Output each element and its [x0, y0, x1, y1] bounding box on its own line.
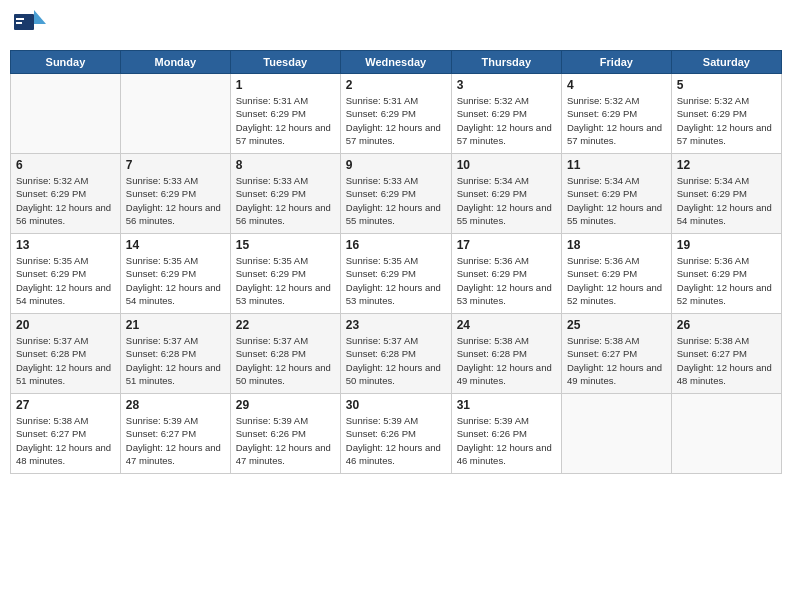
day-info: Sunrise: 5:36 AMSunset: 6:29 PMDaylight:…: [457, 254, 556, 307]
calendar-cell: 8Sunrise: 5:33 AMSunset: 6:29 PMDaylight…: [230, 154, 340, 234]
calendar-cell: 21Sunrise: 5:37 AMSunset: 6:28 PMDayligh…: [120, 314, 230, 394]
day-info: Sunrise: 5:36 AMSunset: 6:29 PMDaylight:…: [677, 254, 776, 307]
day-header-saturday: Saturday: [671, 51, 781, 74]
calendar-cell: 11Sunrise: 5:34 AMSunset: 6:29 PMDayligh…: [561, 154, 671, 234]
day-number: 23: [346, 318, 446, 332]
header-row: SundayMondayTuesdayWednesdayThursdayFrid…: [11, 51, 782, 74]
day-info: Sunrise: 5:38 AMSunset: 6:27 PMDaylight:…: [677, 334, 776, 387]
day-info: Sunrise: 5:35 AMSunset: 6:29 PMDaylight:…: [236, 254, 335, 307]
calendar-cell: 25Sunrise: 5:38 AMSunset: 6:27 PMDayligh…: [561, 314, 671, 394]
calendar-cell: [120, 74, 230, 154]
day-number: 18: [567, 238, 666, 252]
logo-icon: [14, 10, 46, 38]
day-number: 15: [236, 238, 335, 252]
calendar-cell: 13Sunrise: 5:35 AMSunset: 6:29 PMDayligh…: [11, 234, 121, 314]
day-number: 7: [126, 158, 225, 172]
day-info: Sunrise: 5:38 AMSunset: 6:27 PMDaylight:…: [16, 414, 115, 467]
calendar-header: SundayMondayTuesdayWednesdayThursdayFrid…: [11, 51, 782, 74]
day-info: Sunrise: 5:37 AMSunset: 6:28 PMDaylight:…: [346, 334, 446, 387]
calendar-cell: 12Sunrise: 5:34 AMSunset: 6:29 PMDayligh…: [671, 154, 781, 234]
calendar-cell: [671, 394, 781, 474]
calendar-cell: 6Sunrise: 5:32 AMSunset: 6:29 PMDaylight…: [11, 154, 121, 234]
day-number: 30: [346, 398, 446, 412]
day-number: 21: [126, 318, 225, 332]
day-info: Sunrise: 5:34 AMSunset: 6:29 PMDaylight:…: [567, 174, 666, 227]
day-header-wednesday: Wednesday: [340, 51, 451, 74]
calendar-cell: 29Sunrise: 5:39 AMSunset: 6:26 PMDayligh…: [230, 394, 340, 474]
day-info: Sunrise: 5:32 AMSunset: 6:29 PMDaylight:…: [567, 94, 666, 147]
calendar-cell: 26Sunrise: 5:38 AMSunset: 6:27 PMDayligh…: [671, 314, 781, 394]
day-number: 29: [236, 398, 335, 412]
day-number: 17: [457, 238, 556, 252]
calendar-cell: 10Sunrise: 5:34 AMSunset: 6:29 PMDayligh…: [451, 154, 561, 234]
day-number: 12: [677, 158, 776, 172]
calendar-cell: 28Sunrise: 5:39 AMSunset: 6:27 PMDayligh…: [120, 394, 230, 474]
calendar-cell: 3Sunrise: 5:32 AMSunset: 6:29 PMDaylight…: [451, 74, 561, 154]
day-info: Sunrise: 5:36 AMSunset: 6:29 PMDaylight:…: [567, 254, 666, 307]
day-header-thursday: Thursday: [451, 51, 561, 74]
calendar-cell: 16Sunrise: 5:35 AMSunset: 6:29 PMDayligh…: [340, 234, 451, 314]
calendar-cell: 24Sunrise: 5:38 AMSunset: 6:28 PMDayligh…: [451, 314, 561, 394]
day-info: Sunrise: 5:31 AMSunset: 6:29 PMDaylight:…: [236, 94, 335, 147]
calendar-cell: 15Sunrise: 5:35 AMSunset: 6:29 PMDayligh…: [230, 234, 340, 314]
day-number: 11: [567, 158, 666, 172]
day-info: Sunrise: 5:32 AMSunset: 6:29 PMDaylight:…: [677, 94, 776, 147]
calendar-cell: 23Sunrise: 5:37 AMSunset: 6:28 PMDayligh…: [340, 314, 451, 394]
svg-rect-3: [16, 22, 22, 24]
day-number: 2: [346, 78, 446, 92]
day-number: 31: [457, 398, 556, 412]
svg-marker-1: [34, 10, 46, 24]
day-number: 25: [567, 318, 666, 332]
svg-rect-2: [16, 18, 24, 20]
day-header-monday: Monday: [120, 51, 230, 74]
calendar-table: SundayMondayTuesdayWednesdayThursdayFrid…: [10, 50, 782, 474]
calendar-cell: 2Sunrise: 5:31 AMSunset: 6:29 PMDaylight…: [340, 74, 451, 154]
day-number: 9: [346, 158, 446, 172]
day-info: Sunrise: 5:34 AMSunset: 6:29 PMDaylight:…: [677, 174, 776, 227]
calendar-cell: 17Sunrise: 5:36 AMSunset: 6:29 PMDayligh…: [451, 234, 561, 314]
calendar-cell: 31Sunrise: 5:39 AMSunset: 6:26 PMDayligh…: [451, 394, 561, 474]
day-info: Sunrise: 5:33 AMSunset: 6:29 PMDaylight:…: [346, 174, 446, 227]
day-info: Sunrise: 5:37 AMSunset: 6:28 PMDaylight:…: [16, 334, 115, 387]
logo: [14, 10, 50, 42]
day-info: Sunrise: 5:37 AMSunset: 6:28 PMDaylight:…: [126, 334, 225, 387]
day-number: 28: [126, 398, 225, 412]
week-row-4: 20Sunrise: 5:37 AMSunset: 6:28 PMDayligh…: [11, 314, 782, 394]
calendar-body: 1Sunrise: 5:31 AMSunset: 6:29 PMDaylight…: [11, 74, 782, 474]
day-info: Sunrise: 5:32 AMSunset: 6:29 PMDaylight:…: [16, 174, 115, 227]
day-info: Sunrise: 5:38 AMSunset: 6:28 PMDaylight:…: [457, 334, 556, 387]
week-row-1: 1Sunrise: 5:31 AMSunset: 6:29 PMDaylight…: [11, 74, 782, 154]
day-info: Sunrise: 5:33 AMSunset: 6:29 PMDaylight:…: [126, 174, 225, 227]
day-header-friday: Friday: [561, 51, 671, 74]
day-info: Sunrise: 5:39 AMSunset: 6:26 PMDaylight:…: [457, 414, 556, 467]
calendar-cell: 14Sunrise: 5:35 AMSunset: 6:29 PMDayligh…: [120, 234, 230, 314]
day-number: 13: [16, 238, 115, 252]
calendar-cell: 18Sunrise: 5:36 AMSunset: 6:29 PMDayligh…: [561, 234, 671, 314]
day-info: Sunrise: 5:32 AMSunset: 6:29 PMDaylight:…: [457, 94, 556, 147]
day-info: Sunrise: 5:39 AMSunset: 6:26 PMDaylight:…: [346, 414, 446, 467]
calendar-cell: 4Sunrise: 5:32 AMSunset: 6:29 PMDaylight…: [561, 74, 671, 154]
calendar-cell: 5Sunrise: 5:32 AMSunset: 6:29 PMDaylight…: [671, 74, 781, 154]
day-number: 8: [236, 158, 335, 172]
day-info: Sunrise: 5:33 AMSunset: 6:29 PMDaylight:…: [236, 174, 335, 227]
day-header-sunday: Sunday: [11, 51, 121, 74]
week-row-5: 27Sunrise: 5:38 AMSunset: 6:27 PMDayligh…: [11, 394, 782, 474]
day-number: 3: [457, 78, 556, 92]
day-number: 16: [346, 238, 446, 252]
day-info: Sunrise: 5:34 AMSunset: 6:29 PMDaylight:…: [457, 174, 556, 227]
day-number: 14: [126, 238, 225, 252]
calendar-cell: 22Sunrise: 5:37 AMSunset: 6:28 PMDayligh…: [230, 314, 340, 394]
day-info: Sunrise: 5:35 AMSunset: 6:29 PMDaylight:…: [126, 254, 225, 307]
day-number: 19: [677, 238, 776, 252]
day-number: 22: [236, 318, 335, 332]
calendar-cell: 27Sunrise: 5:38 AMSunset: 6:27 PMDayligh…: [11, 394, 121, 474]
calendar-cell: 20Sunrise: 5:37 AMSunset: 6:28 PMDayligh…: [11, 314, 121, 394]
day-info: Sunrise: 5:37 AMSunset: 6:28 PMDaylight:…: [236, 334, 335, 387]
day-info: Sunrise: 5:39 AMSunset: 6:26 PMDaylight:…: [236, 414, 335, 467]
day-number: 6: [16, 158, 115, 172]
day-info: Sunrise: 5:35 AMSunset: 6:29 PMDaylight:…: [16, 254, 115, 307]
day-number: 5: [677, 78, 776, 92]
day-info: Sunrise: 5:39 AMSunset: 6:27 PMDaylight:…: [126, 414, 225, 467]
day-number: 1: [236, 78, 335, 92]
calendar-cell: [11, 74, 121, 154]
